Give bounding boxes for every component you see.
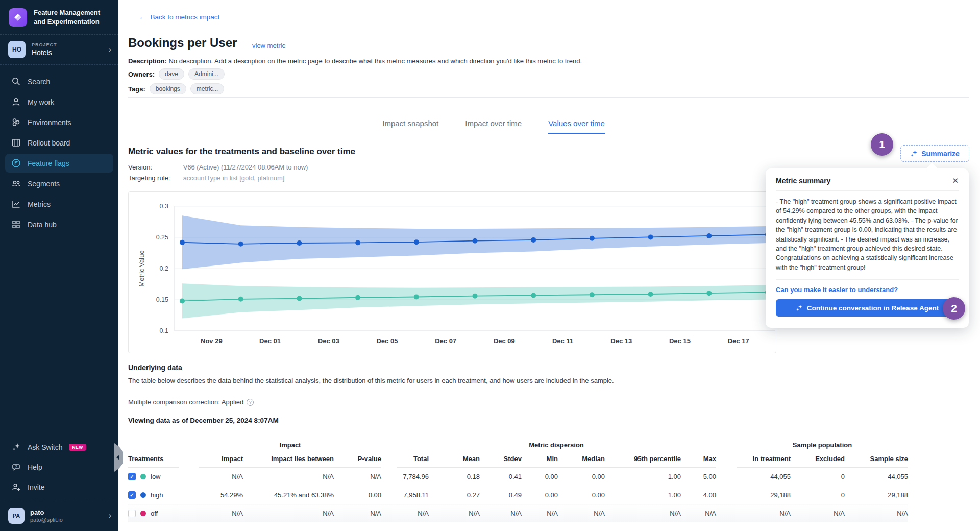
sidebar-item-my-work[interactable]: My work	[5, 92, 113, 111]
targeting-row: Targeting rule: accountType in list [gol…	[128, 174, 284, 182]
version-value: V66 (Active) (11/27/2024 08:06AM to now)	[183, 163, 308, 171]
group-header-impact: Impact	[199, 439, 381, 453]
page: Feature Management and Experimentation H…	[0, 0, 980, 531]
treatment-color-dot	[140, 474, 146, 479]
chevron-right-icon: ›	[109, 511, 111, 520]
sidebar-item-ask-switch[interactable]: Ask Switch NEW	[0, 437, 118, 457]
tab-impact-snapshot[interactable]: Impact snapshot	[382, 119, 438, 134]
sidebar-item-search[interactable]: Search	[5, 72, 113, 91]
underlying-data-heading: Underlying data	[128, 364, 182, 372]
col-impact: Impact	[199, 453, 243, 468]
back-arrow-icon: ←	[139, 13, 146, 21]
sparkles-icon	[910, 150, 918, 157]
col-median: Median	[558, 453, 605, 468]
targeting-value: accountType in list [gold, platinum]	[183, 174, 285, 182]
svg-text:Dec 15: Dec 15	[669, 337, 691, 345]
treatment-color-dot	[140, 492, 146, 498]
sidebar-item-data-hub[interactable]: Data hub	[5, 215, 113, 234]
environments-icon	[11, 117, 21, 127]
sidebar-item-environments[interactable]: Environments	[5, 113, 113, 132]
feature-flag-icon	[11, 158, 21, 168]
table-row: off N/A N/A N/A N/A N/A N/A N/A N/A N/A …	[128, 504, 908, 523]
viewing-as-of: Viewing data as of December 25, 2024 8:0…	[128, 417, 279, 424]
sidebar-item-feature-flags[interactable]: Feature flags	[5, 154, 113, 173]
data-hub-icon	[11, 220, 21, 229]
svg-text:Dec 17: Dec 17	[728, 337, 749, 345]
rollout-board-icon	[11, 138, 21, 148]
header-divider	[128, 97, 969, 98]
summary-text: - The "high" treatment group shows a sig…	[776, 191, 959, 280]
col-total: Total	[397, 453, 429, 468]
svg-text:?: ?	[15, 464, 17, 469]
col-sample-size: Sample size	[845, 453, 908, 468]
svg-text:0.15: 0.15	[156, 296, 168, 303]
continue-in-release-agent-button[interactable]: Continue conversation in Release Agent	[776, 299, 959, 317]
user-icon	[11, 97, 21, 107]
app-title: Feature Management and Experimentation	[34, 8, 100, 26]
section-heading: Metric values for the treatments and bas…	[128, 147, 355, 157]
svg-text:Dec 13: Dec 13	[610, 337, 632, 345]
project-name: Hotels	[32, 49, 57, 57]
view-metric-link[interactable]: view metric	[252, 42, 285, 50]
popup-title: Metric summary	[776, 177, 830, 185]
svg-text:Nov 29: Nov 29	[201, 337, 223, 345]
help-circle-icon[interactable]: ?	[247, 399, 254, 406]
owner-chip[interactable]: Admini...	[188, 68, 225, 80]
sidebar-item-invite[interactable]: Invite	[0, 477, 118, 497]
sparkles-icon	[11, 442, 21, 452]
close-icon[interactable]: ✕	[952, 176, 959, 185]
svg-text:0.2: 0.2	[160, 265, 168, 272]
svg-text:Dec 01: Dec 01	[259, 337, 281, 345]
tag-chip[interactable]: metric...	[190, 83, 225, 94]
group-header-sample: Sample population	[737, 439, 908, 453]
user-menu[interactable]: PA pato pato@split.io ›	[0, 501, 118, 531]
svg-text:Dec 05: Dec 05	[376, 337, 398, 345]
col-in-treatment: In treatment	[737, 453, 791, 468]
col-stdev: Stdev	[480, 453, 522, 468]
svg-text:0.25: 0.25	[156, 234, 168, 241]
col-min: Min	[522, 453, 558, 468]
svg-text:Dec 03: Dec 03	[318, 337, 339, 345]
sidebar-item-help[interactable]: ? Help	[0, 457, 118, 477]
sidebar-item-rollout-board[interactable]: Rollout board	[5, 133, 113, 152]
tag-chip[interactable]: bookings	[150, 83, 186, 94]
summarize-button[interactable]: Summarize	[900, 145, 969, 162]
back-link[interactable]: ← Back to metrics impact	[139, 13, 219, 21]
tab-values-over-time[interactable]: Values over time	[548, 119, 605, 134]
sidebar-item-metrics[interactable]: Metrics	[5, 195, 113, 213]
correction-line: Multiple comparison correction: Applied …	[128, 398, 254, 406]
metrics-icon	[11, 199, 21, 209]
annotation-step-2: 2	[943, 297, 965, 320]
annotation-step-1: 1	[871, 133, 893, 156]
col-treatments: Treatments	[128, 453, 179, 468]
owner-chip[interactable]: dave	[159, 68, 184, 80]
app-logo-icon	[8, 8, 28, 27]
svg-text:Dec 11: Dec 11	[552, 337, 573, 345]
owners-row: Owners: dave Admini...	[128, 68, 225, 80]
sidebar-collapse-handle[interactable]	[114, 443, 123, 472]
col-max: Max	[681, 453, 716, 468]
invite-icon	[11, 482, 21, 492]
underlying-data-description: The table below describes the data behin…	[128, 377, 766, 384]
app-brand: Feature Management and Experimentation	[0, 0, 118, 35]
table-row: low N/A N/A N/A 7,784.96 0.18 0.41 0.00 …	[128, 468, 908, 486]
treatment-checkbox[interactable]	[128, 491, 136, 499]
col-impact-lies-between: Impact lies between	[243, 453, 334, 468]
new-badge: NEW	[69, 444, 86, 451]
treatment-color-dot	[140, 511, 146, 516]
project-switcher[interactable]: HO PROJECT Hotels ›	[0, 35, 118, 65]
version-row: Version: V66 (Active) (11/27/2024 08:06A…	[128, 163, 308, 171]
project-kicker: PROJECT	[32, 42, 57, 47]
sidebar-item-segments[interactable]: Segments	[5, 174, 113, 193]
tab-impact-over-time[interactable]: Impact over time	[465, 119, 522, 134]
col-95th: 95th percentile	[605, 453, 681, 468]
chevron-right-icon: ›	[109, 45, 111, 54]
treatment-checkbox[interactable]	[128, 473, 136, 480]
tags-row: Tags: bookings metric...	[128, 83, 224, 94]
group-header-dispersion: Metric dispersion	[397, 439, 716, 453]
description-line: Description: No description. Add a descr…	[128, 57, 766, 65]
summary-followup-link[interactable]: Can you make it easier to understand?	[776, 286, 959, 294]
line-chart-svg: 0.30.250.20.150.1Nov 29Dec 01Dec 03Dec 0…	[129, 192, 776, 353]
project-badge: HO	[8, 41, 26, 58]
treatment-checkbox[interactable]	[128, 510, 136, 517]
